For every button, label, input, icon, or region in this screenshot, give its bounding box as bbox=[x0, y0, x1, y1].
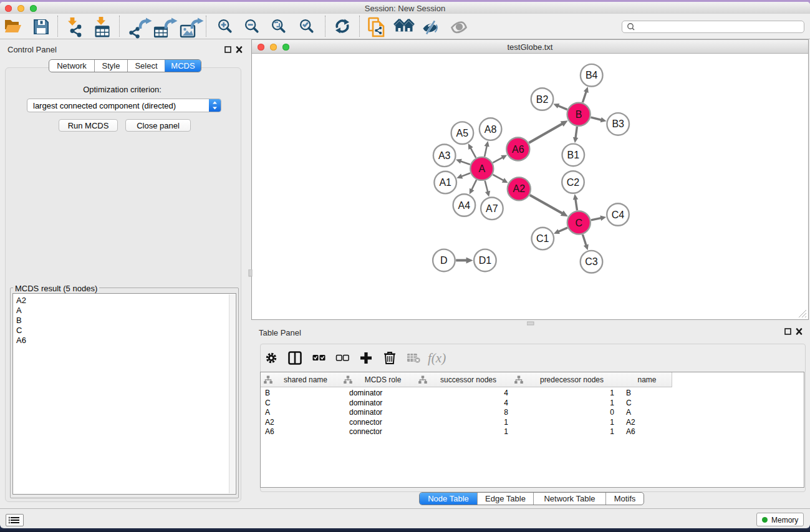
svg-text:f(x): f(x) bbox=[428, 351, 446, 365]
svg-text:A5: A5 bbox=[456, 128, 469, 138]
svg-text:A8: A8 bbox=[485, 124, 497, 135]
svg-text:C: C bbox=[576, 218, 583, 228]
svg-text:A4: A4 bbox=[458, 200, 471, 211]
svg-text:B: B bbox=[576, 109, 582, 120]
svg-text:A6: A6 bbox=[512, 144, 524, 155]
svg-text:C1: C1 bbox=[536, 233, 549, 244]
svg-text:B2: B2 bbox=[536, 94, 549, 105]
svg-text:B4: B4 bbox=[586, 70, 598, 80]
svg-text:A1: A1 bbox=[439, 177, 451, 188]
svg-text:A2: A2 bbox=[513, 183, 526, 194]
svg-text:C2: C2 bbox=[567, 177, 580, 188]
svg-text:C3: C3 bbox=[585, 256, 598, 267]
svg-text:D1: D1 bbox=[479, 255, 492, 266]
svg-text:B3: B3 bbox=[612, 118, 624, 129]
svg-text:A3: A3 bbox=[438, 150, 451, 161]
svg-text:A: A bbox=[478, 163, 485, 174]
svg-text:D: D bbox=[440, 255, 448, 266]
svg-text:A7: A7 bbox=[486, 203, 498, 214]
svg-text:B1: B1 bbox=[567, 150, 580, 160]
svg-text:C4: C4 bbox=[612, 210, 625, 220]
